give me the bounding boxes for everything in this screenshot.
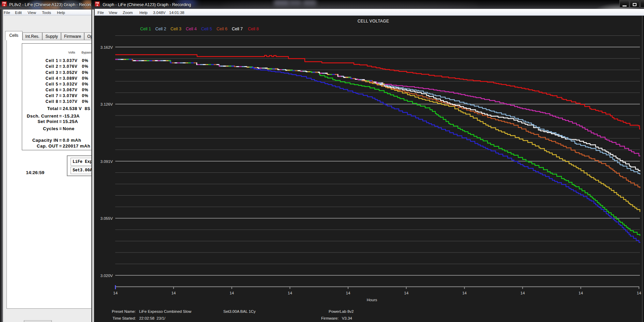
- svg-text:14: 14: [637, 291, 641, 295]
- svg-text:Preset Name: LiFe Expesso Co: Preset Name: LiFe Expesso Combined Slow: [112, 309, 192, 313]
- svg-text:14: 14: [171, 291, 176, 295]
- svg-text:14: 14: [462, 291, 467, 295]
- svg-text:Hours: Hours: [367, 298, 377, 302]
- svg-text:14: 14: [579, 291, 583, 295]
- svg-text:14: 14: [404, 291, 408, 295]
- svg-text:14: 14: [521, 291, 525, 295]
- svg-text:PowerLab 8v2: PowerLab 8v2: [329, 309, 354, 313]
- svg-text:Cell 6: Cell 6: [216, 27, 227, 31]
- svg-text:3.091V: 3.091V: [101, 159, 113, 164]
- svg-text:Cell 5: Cell 5: [201, 27, 212, 31]
- svg-text:3.020V: 3.020V: [101, 274, 113, 278]
- svg-text:3.162V: 3.162V: [101, 45, 113, 49]
- svg-text:14: 14: [288, 291, 292, 295]
- svg-text:Cell 4: Cell 4: [186, 27, 197, 31]
- svg-text:3.055V: 3.055V: [101, 216, 113, 220]
- svg-text:Cell 2: Cell 2: [155, 27, 166, 31]
- svg-text:Cell 1: Cell 1: [140, 27, 151, 31]
- svg-text:3.126V: 3.126V: [101, 102, 113, 106]
- svg-text:Time Started: 22:02:58 23/1: Time Started: 22:02:58 23/1/: [113, 316, 166, 320]
- svg-text:CELL VOLTAGE: CELL VOLTAGE: [358, 19, 389, 24]
- svg-text:Set3.00A BAL 1Cy: Set3.00A BAL 1Cy: [223, 309, 256, 313]
- svg-text:Cell 7: Cell 7: [232, 27, 243, 31]
- svg-text:14: 14: [113, 291, 118, 295]
- svg-text:14: 14: [229, 291, 234, 295]
- svg-text:Cell 8: Cell 8: [248, 27, 259, 31]
- svg-text:Firmware: V3.34: Firmware: V3.34: [321, 316, 352, 320]
- svg-text:Cell 3: Cell 3: [170, 27, 181, 31]
- svg-text:14: 14: [346, 291, 350, 295]
